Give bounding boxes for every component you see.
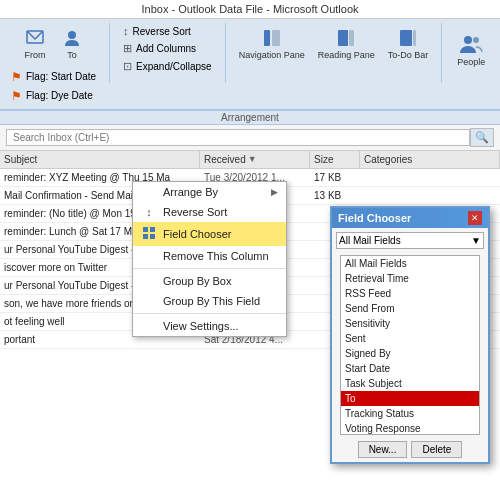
fc-new-button[interactable]: New...	[358, 441, 408, 458]
search-bar: 🔍	[0, 125, 500, 151]
cat-cell	[360, 169, 500, 186]
group-by-box-label: Group By Box	[163, 275, 231, 287]
to-button[interactable]: To	[55, 23, 89, 64]
main-content: Subject Received ▼ Size Categories remin…	[0, 151, 500, 500]
svg-rect-11	[150, 227, 155, 232]
list-item[interactable]: Sensitivity	[341, 316, 479, 331]
people-button[interactable]: People	[450, 23, 492, 78]
fc-dropdown-arrow: ▼	[471, 235, 481, 246]
list-item[interactable]: Sent	[341, 331, 479, 346]
field-chooser-label: Field Chooser	[163, 228, 231, 240]
flag-due-label: Flag: Dye Date	[26, 90, 93, 101]
svg-rect-10	[143, 227, 148, 232]
list-item[interactable]: RSS Feed	[341, 286, 479, 301]
arrange-by-arrow: ▶	[271, 187, 278, 197]
to-label: To	[67, 50, 77, 61]
group-by-field-menu-item[interactable]: Group By This Field	[133, 291, 286, 311]
reading-pane-icon	[334, 26, 358, 50]
fc-list[interactable]: All Mail Fields Retrieval Time RSS Feed …	[340, 255, 480, 435]
fc-buttons: New... Delete	[332, 437, 488, 462]
todo-bar-icon	[396, 26, 420, 50]
todo-bar-button[interactable]: To-Do Bar	[383, 23, 434, 64]
svg-rect-7	[413, 30, 416, 46]
list-item[interactable]: All Mail Fields	[341, 256, 479, 271]
svg-rect-12	[143, 234, 148, 239]
reverse-sort-button[interactable]: ↕ Reverse Sort	[118, 23, 217, 39]
field-chooser-icon	[141, 226, 157, 242]
list-item[interactable]: Voting Response	[341, 421, 479, 435]
sort-icon: ↕	[123, 25, 129, 37]
expand-collapse-label: Expand/Collapse	[136, 61, 212, 72]
fc-dropdown-value: All Mail Fields	[339, 235, 401, 246]
people-label: People	[457, 57, 485, 68]
arrangement-label: Arrangement	[221, 112, 279, 123]
svg-rect-3	[272, 30, 280, 46]
ribbon-divider-1	[109, 23, 110, 83]
arrange-by-menu-item[interactable]: Arrange By ▶	[133, 182, 286, 202]
size-cell: 17 KB	[310, 169, 360, 186]
add-columns-button[interactable]: ⊞ Add Columns	[118, 40, 217, 57]
context-menu: Arrange By ▶ ↕ Reverse Sort Field Choose…	[132, 181, 287, 337]
ribbon: From To ⚑ Flag: Start Date ⚑ Flag: Dye D…	[0, 19, 500, 111]
svg-rect-13	[150, 234, 155, 239]
list-item[interactable]: Tracking Status	[341, 406, 479, 421]
navigation-pane-button[interactable]: Navigation Pane	[234, 23, 310, 64]
ctx-separator-2	[133, 313, 286, 314]
ctx-separator	[133, 268, 286, 269]
reverse-sort-menu-item[interactable]: ↕ Reverse Sort	[133, 202, 286, 222]
remove-column-menu-item[interactable]: Remove This Column	[133, 246, 286, 266]
arrange-by-label: Arrange By	[163, 186, 218, 198]
title-bar: Inbox - Outlook Data File - Microsoft Ou…	[0, 0, 500, 19]
sort-group: ↕ Reverse Sort ⊞ Add Columns ⊡ Expand/Co…	[118, 23, 217, 75]
field-chooser-menu-item[interactable]: Field Chooser	[133, 222, 286, 246]
from-button[interactable]: From	[18, 23, 52, 64]
fc-dropdown[interactable]: All Mail Fields ▼	[336, 232, 484, 249]
reading-pane-button[interactable]: Reading Pane	[313, 23, 380, 64]
reverse-sort-ctx-label: Reverse Sort	[163, 206, 227, 218]
list-item[interactable]: Task Subject	[341, 376, 479, 391]
field-chooser-dialog: Field Chooser ✕ All Mail Fields ▼ All Ma…	[330, 206, 490, 464]
from-label: From	[25, 50, 46, 61]
list-item[interactable]: Signed By	[341, 346, 479, 361]
svg-point-9	[473, 37, 479, 43]
flag-due-icon: ⚑	[11, 89, 22, 103]
remove-column-label: Remove This Column	[163, 250, 269, 262]
expand-collapse-button[interactable]: ⊡ Expand/Collapse	[118, 58, 217, 75]
categories-header[interactable]: Categories	[360, 151, 500, 168]
flag-start-icon: ⚑	[11, 70, 22, 84]
svg-rect-5	[349, 30, 354, 46]
todo-bar-label: To-Do Bar	[388, 50, 429, 61]
list-item[interactable]: Send From	[341, 301, 479, 316]
to-icon	[60, 26, 84, 50]
received-header[interactable]: Received ▼	[200, 151, 310, 168]
search-button[interactable]: 🔍	[470, 128, 494, 147]
ribbon-divider-3	[441, 23, 442, 83]
fc-close-button[interactable]: ✕	[468, 211, 482, 225]
view-settings-label: View Settings...	[163, 320, 239, 332]
list-item[interactable]: Start Date	[341, 361, 479, 376]
fc-delete-button[interactable]: Delete	[411, 441, 462, 458]
column-headers: Subject Received ▼ Size Categories	[0, 151, 500, 169]
svg-point-1	[68, 31, 76, 39]
flag-due-button[interactable]: ⚑ Flag: Dye Date	[6, 87, 101, 105]
ribbon-divider-2	[225, 23, 226, 83]
subject-header-label: Subject	[4, 154, 37, 165]
size-header[interactable]: Size	[310, 151, 360, 168]
flag-start-button[interactable]: ⚑ Flag: Start Date	[6, 68, 101, 86]
search-input[interactable]	[6, 129, 470, 146]
reverse-sort-label: Reverse Sort	[133, 26, 191, 37]
group-by-field-label: Group By This Field	[163, 295, 260, 307]
view-settings-menu-item[interactable]: View Settings...	[133, 316, 286, 336]
fc-title-bar: Field Chooser ✕	[332, 208, 488, 228]
people-group: People	[450, 23, 492, 78]
list-item-selected[interactable]: To	[341, 391, 479, 406]
list-item[interactable]: Retrieval Time	[341, 271, 479, 286]
people-icon	[459, 33, 483, 57]
size-cell: 13 KB	[310, 187, 360, 204]
add-columns-icon: ⊞	[123, 42, 132, 55]
svg-rect-6	[400, 30, 412, 46]
svg-point-8	[464, 36, 472, 44]
group-by-box-menu-item[interactable]: Group By Box	[133, 271, 286, 291]
subject-header[interactable]: Subject	[0, 151, 200, 168]
expand-icon: ⊡	[123, 60, 132, 73]
